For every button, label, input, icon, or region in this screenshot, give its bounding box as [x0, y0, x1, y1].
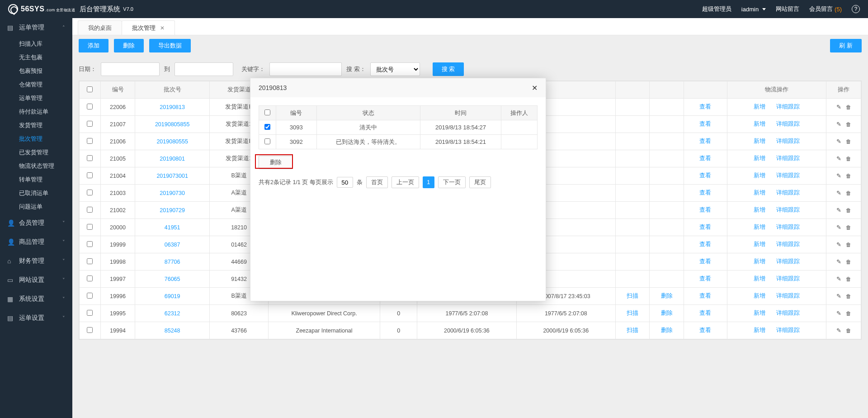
- nav-item[interactable]: 仓储管理: [0, 78, 72, 91]
- row-checkbox[interactable]: [87, 138, 93, 144]
- close-icon[interactable]: ✕: [532, 84, 538, 92]
- edit-icon[interactable]: [835, 258, 842, 265]
- nav-item[interactable]: 发货管理: [0, 119, 72, 132]
- nav-item[interactable]: 运单管理: [0, 91, 72, 105]
- batch-link[interactable]: 69019: [165, 293, 180, 299]
- add-status-link[interactable]: 新增: [754, 155, 765, 162]
- add-button[interactable]: 添加: [79, 39, 108, 52]
- del-link[interactable]: 删除: [661, 327, 673, 333]
- nav-item[interactable]: 批次管理: [0, 132, 72, 146]
- delete-button[interactable]: 删除: [114, 39, 144, 52]
- edit-icon[interactable]: [835, 121, 842, 127]
- track-link[interactable]: 详细跟踪: [776, 207, 800, 213]
- add-status-link[interactable]: 新增: [754, 241, 765, 247]
- scan-link[interactable]: 扫描: [627, 327, 638, 333]
- scan-link[interactable]: 扫描: [627, 293, 638, 299]
- nav-group[interactable]: ▦系统设置˅: [0, 290, 72, 309]
- row-checkbox[interactable]: [87, 293, 93, 299]
- search-field-select[interactable]: 批次号: [370, 62, 420, 76]
- pager-next[interactable]: 下一页: [438, 176, 466, 188]
- batch-link[interactable]: 87706: [165, 259, 180, 265]
- nav-group[interactable]: 👤商品管理˅: [0, 233, 72, 252]
- edit-icon[interactable]: [835, 310, 842, 316]
- trash-icon[interactable]: [845, 310, 852, 317]
- view-link[interactable]: 查看: [699, 172, 711, 179]
- trash-icon[interactable]: [845, 173, 852, 179]
- edit-icon[interactable]: [835, 241, 842, 247]
- add-status-link[interactable]: 新增: [754, 190, 765, 196]
- del-link[interactable]: 删除: [661, 293, 673, 299]
- track-link[interactable]: 详细跟踪: [776, 138, 800, 144]
- batch-link[interactable]: 20190730: [160, 190, 185, 196]
- modal-row-checkbox[interactable]: [264, 138, 270, 144]
- modal-delete-button[interactable]: 删除: [259, 156, 293, 169]
- nav-item[interactable]: 包裹预报: [0, 64, 72, 78]
- add-status-link[interactable]: 新增: [754, 121, 765, 127]
- edit-icon[interactable]: [835, 104, 842, 110]
- pager-prev[interactable]: 上一页: [392, 176, 419, 188]
- view-link[interactable]: 查看: [699, 293, 711, 299]
- row-checkbox[interactable]: [87, 155, 93, 161]
- date-to-input[interactable]: [175, 62, 233, 76]
- nav-item[interactable]: 已发货管理: [0, 146, 72, 159]
- batch-link[interactable]: 2019080555: [156, 138, 188, 145]
- add-status-link[interactable]: 新增: [754, 138, 765, 144]
- trash-icon[interactable]: [845, 259, 852, 265]
- row-checkbox[interactable]: [87, 121, 93, 127]
- batch-link[interactable]: 2019073001: [156, 173, 188, 179]
- nav-item[interactable]: 问题运单: [0, 200, 72, 214]
- track-link[interactable]: 详细跟踪: [776, 121, 800, 127]
- search-button[interactable]: 搜 索: [433, 62, 464, 76]
- view-link[interactable]: 查看: [699, 224, 711, 230]
- view-link[interactable]: 查看: [699, 190, 711, 196]
- edit-icon[interactable]: [835, 276, 842, 282]
- track-link[interactable]: 详细跟踪: [776, 155, 800, 162]
- modal-row-checkbox[interactable]: [264, 124, 270, 130]
- date-from-input[interactable]: [101, 62, 160, 76]
- view-link[interactable]: 查看: [699, 155, 711, 162]
- select-all-checkbox[interactable]: [87, 86, 93, 92]
- edit-icon[interactable]: [835, 224, 842, 230]
- add-status-link[interactable]: 新增: [754, 172, 765, 179]
- row-checkbox[interactable]: [87, 190, 93, 195]
- track-link[interactable]: 详细跟踪: [776, 172, 800, 179]
- trash-icon[interactable]: [845, 276, 852, 282]
- track-link[interactable]: 详细跟踪: [776, 104, 800, 110]
- add-status-link[interactable]: 新增: [754, 207, 765, 213]
- trash-icon[interactable]: [845, 293, 852, 299]
- tab[interactable]: 批次管理✕: [122, 20, 175, 35]
- batch-link[interactable]: 20190801: [160, 156, 185, 162]
- track-link[interactable]: 详细跟踪: [776, 224, 800, 230]
- row-checkbox[interactable]: [87, 172, 93, 178]
- trash-icon[interactable]: [845, 121, 852, 128]
- nav-item[interactable]: 已取消运单: [0, 186, 72, 200]
- nav-item[interactable]: 物流状态管理: [0, 159, 72, 173]
- trash-icon[interactable]: [845, 224, 852, 231]
- row-checkbox[interactable]: [87, 276, 93, 281]
- close-icon[interactable]: ✕: [160, 25, 165, 31]
- track-link[interactable]: 详细跟踪: [776, 190, 800, 196]
- add-status-link[interactable]: 新增: [754, 293, 765, 299]
- trash-icon[interactable]: [845, 207, 852, 214]
- batch-link[interactable]: 85248: [165, 328, 180, 334]
- view-link[interactable]: 查看: [699, 138, 711, 144]
- row-checkbox[interactable]: [87, 258, 93, 264]
- nav-group[interactable]: 👤会员管理˅: [0, 214, 72, 233]
- pager-current[interactable]: 1: [423, 176, 434, 188]
- nav-item[interactable]: 待付款运单: [0, 105, 72, 119]
- trash-icon[interactable]: [845, 138, 852, 145]
- row-checkbox[interactable]: [87, 327, 93, 333]
- tab[interactable]: 我的桌面: [78, 20, 122, 35]
- site-message-link[interactable]: 网站留言: [776, 5, 799, 13]
- batch-link[interactable]: 06387: [165, 242, 180, 248]
- nav-group[interactable]: ▤运单管理˄: [0, 18, 72, 37]
- view-link[interactable]: 查看: [699, 276, 711, 282]
- del-link[interactable]: 删除: [661, 310, 673, 316]
- view-link[interactable]: 查看: [699, 327, 711, 333]
- row-checkbox[interactable]: [87, 207, 93, 213]
- batch-link[interactable]: 76065: [165, 276, 180, 282]
- modal-select-all[interactable]: [264, 109, 270, 115]
- edit-icon[interactable]: [835, 207, 842, 213]
- keyword-input[interactable]: [269, 62, 342, 76]
- trash-icon[interactable]: [845, 242, 852, 248]
